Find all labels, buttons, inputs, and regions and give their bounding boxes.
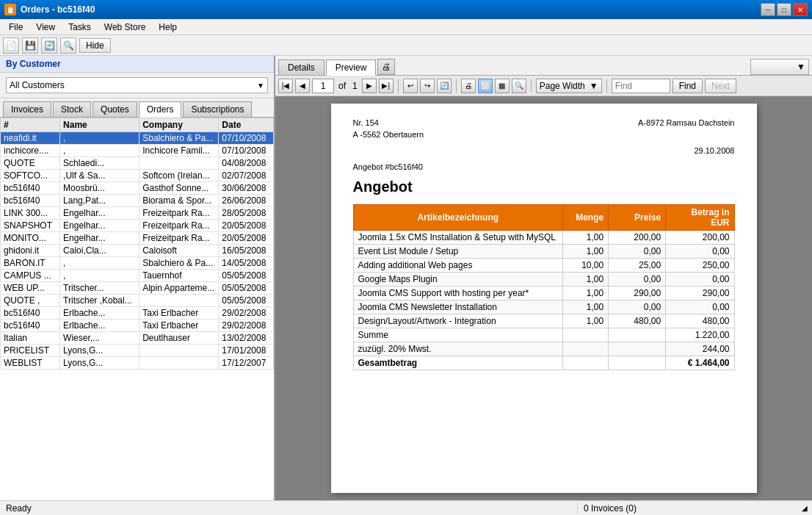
right-dropdown-arrow-icon: ▼ <box>797 62 805 72</box>
col-header-date[interactable]: Date <box>219 118 274 132</box>
table-row[interactable]: MONITO...Engelhar...Freizeitpark Ra...20… <box>1 232 274 245</box>
table-row[interactable]: QUOTE ,Tritscher ,Kobal...05/05/2008 <box>1 295 274 307</box>
print-icon-button[interactable]: 🖨 <box>377 59 395 75</box>
tab-orders[interactable]: Orders <box>139 101 182 118</box>
search-button[interactable]: 🔍 <box>60 37 76 54</box>
inv-col-desc: Artikelbezeichnung <box>353 205 562 231</box>
resize-handle[interactable]: ◢ <box>797 501 812 516</box>
page-of-label: of <box>336 81 348 91</box>
right-dropdown[interactable]: ▼ <box>750 59 809 75</box>
layout-button[interactable]: ▦ <box>495 79 510 93</box>
title-bar: 📋 Orders - bc516f40 ─ □ ✕ <box>0 0 812 19</box>
invoice-row: Google Maps Plugin1,000,000,00 <box>353 273 734 287</box>
col-header-company[interactable]: Company <box>139 118 219 132</box>
next-button[interactable]: Next <box>705 79 736 93</box>
preview-tabs-row: Details Preview 🖨 ▼ <box>275 56 812 76</box>
forward-button[interactable]: ↪ <box>420 79 435 93</box>
document-area[interactable]: Nr. 154 A -5562 Obertauern A-8972 Ramsau… <box>275 96 812 500</box>
doc-title: Angebot <box>353 179 735 195</box>
tab-subscriptions[interactable]: Subscriptions <box>183 101 252 117</box>
table-row[interactable]: ItalianWieser,...Deutlhauser13/02/2008 <box>1 332 274 345</box>
table-row[interactable]: WEB UP...Tritscher...Alpin Apparteme...0… <box>1 282 274 295</box>
menu-help[interactable]: Help <box>153 21 183 34</box>
main-content: By Customer All Customers ▼ Invoices Sto… <box>0 56 812 500</box>
minimize-button[interactable]: ─ <box>761 3 775 16</box>
preview-toolbar: |◀ ◀ of 1 ▶ ▶| ↩ ↪ 🔄 🖨 ⬜ ▦ 🔍 Page Width … <box>275 76 812 96</box>
doc-date: 29.10.2008 <box>353 146 735 155</box>
invoice-row: Adding additional Web pages10,0025,00250… <box>353 259 734 273</box>
main-toolbar: 📄 💾 🔄 🔍 Hide <box>0 35 812 56</box>
orders-table-container[interactable]: # Name Company Date neafidi.it,Sbalchier… <box>0 118 274 500</box>
page-width-dropdown[interactable]: Page Width ▼ <box>536 79 602 93</box>
table-row[interactable]: QUOTESchlaedi...04/08/2008 <box>1 157 274 170</box>
inv-col-menge: Menge <box>562 205 608 231</box>
save-button[interactable]: 💾 <box>22 37 38 54</box>
tab-details[interactable]: Details <box>278 60 325 75</box>
doc-address-right: A-8972 Ramsau Dachstein <box>638 118 734 139</box>
tab-invoices[interactable]: Invoices <box>3 101 51 117</box>
prev-page-button[interactable]: ◀ <box>295 79 310 93</box>
invoice-row: Event List Module / Setup1,000,000,00 <box>353 245 734 259</box>
dropdown-arrow-icon: ▼ <box>257 82 264 90</box>
by-customer-label: By Customer <box>0 56 274 73</box>
table-row[interactable]: inchicore....,Inchicore Famil...07/10/20… <box>1 145 274 157</box>
table-row[interactable]: CAMPUS ...,Tauernhof05/05/2008 <box>1 270 274 282</box>
table-row[interactable]: bc516f40Moosbrü...Gasthof Sonne...30/06/… <box>1 182 274 195</box>
table-row[interactable]: bc516f40Lang,Pat...Biorama & Spor...26/0… <box>1 195 274 207</box>
tab-stock[interactable]: Stock <box>53 101 91 117</box>
first-page-button[interactable]: |◀ <box>278 79 293 93</box>
maximize-button[interactable]: □ <box>777 3 791 16</box>
next-page-button[interactable]: ▶ <box>362 79 377 93</box>
doc-nr: Nr. 154 <box>353 118 424 127</box>
invoice-row: Joomla CMS Newsletter Installation1,000,… <box>353 300 734 314</box>
menu-bar: File View Tasks Web Store Help <box>0 19 812 35</box>
menu-tasks[interactable]: Tasks <box>62 21 97 34</box>
tabs-row: Invoices Stock Quotes Orders Subscriptio… <box>0 98 274 118</box>
table-row[interactable]: ghidoni.itCaloi,Cla...Caloisoft16/05/200… <box>1 245 274 257</box>
left-panel: By Customer All Customers ▼ Invoices Sto… <box>0 56 275 500</box>
col-header-name[interactable]: Name <box>60 118 139 132</box>
print-button[interactable]: 🖨 <box>461 79 476 93</box>
hide-button[interactable]: Hide <box>79 38 111 53</box>
orders-table: # Name Company Date neafidi.it,Sbalchier… <box>0 118 274 370</box>
inv-col-preise: Preise <box>609 205 666 231</box>
menu-webstore[interactable]: Web Store <box>98 21 151 34</box>
customer-dropdown[interactable]: All Customers ▼ <box>6 77 268 93</box>
invoice-row: Joomla 1.5x CMS Installation & Setup wit… <box>353 231 734 245</box>
last-page-button[interactable]: ▶| <box>379 79 394 93</box>
back-button[interactable]: ↩ <box>403 79 418 93</box>
app-title: Orders - bc516f40 <box>21 4 95 15</box>
invoice-row: Design/Layout/Artwork - Integration1,004… <box>353 314 734 328</box>
table-row[interactable]: WEBLISTLyons,G...17/12/2007 <box>1 357 274 370</box>
close-button[interactable]: ✕ <box>793 3 808 16</box>
tab-preview[interactable]: Preview <box>326 60 377 76</box>
status-left: Ready <box>0 503 577 514</box>
new-button[interactable]: 📄 <box>3 37 19 54</box>
menu-view[interactable]: View <box>30 21 61 34</box>
menu-file[interactable]: File <box>3 21 29 34</box>
refresh-button[interactable]: 🔄 <box>41 37 57 54</box>
app-icon: 📋 <box>4 4 16 15</box>
table-row[interactable]: SNAPSHOTEngelhar...Freizeitpark Ra...20/… <box>1 220 274 232</box>
doc-ref: Angebot #bc516f40 <box>353 162 735 171</box>
table-row[interactable]: bc516f40Erlbache...Taxi Erlbacher29/02/2… <box>1 320 274 332</box>
page-total-label: 1 <box>350 81 360 91</box>
table-row[interactable]: PRICELISTLyons,G...17/01/2008 <box>1 345 274 357</box>
page-input[interactable] <box>312 79 334 93</box>
table-row[interactable]: neafidi.it,Sbalchiero & Pa...07/10/2008 <box>1 132 274 145</box>
col-header-hash[interactable]: # <box>1 118 60 132</box>
reload-button[interactable]: 🔄 <box>437 79 452 93</box>
table-row[interactable]: SOFTCO...,Ulf & Sa...Softcom (Irelan...0… <box>1 170 274 182</box>
tab-quotes[interactable]: Quotes <box>93 101 137 117</box>
find-input[interactable] <box>612 79 670 93</box>
table-row[interactable]: bc516f40Erlbache...Taxi Erlbacher29/02/2… <box>1 307 274 320</box>
table-row[interactable]: BARON.IT,Sbalchiero & Pa...14/05/2008 <box>1 257 274 270</box>
table-row[interactable]: LINK 300...Engelhar...Freizeitpark Ra...… <box>1 207 274 220</box>
find-button[interactable]: Find <box>673 79 703 93</box>
inv-col-betrag: Betrag in EUR <box>666 205 734 231</box>
view-button[interactable]: ⬜ <box>478 79 493 93</box>
status-bar: Ready 0 Invoices (0) ◢ <box>0 500 812 515</box>
invoice-row: Joomla CMS Support with hosting per year… <box>353 287 734 300</box>
zoom-button[interactable]: 🔍 <box>512 79 526 93</box>
document-page: Nr. 154 A -5562 Obertauern A-8972 Ramsau… <box>331 104 757 493</box>
